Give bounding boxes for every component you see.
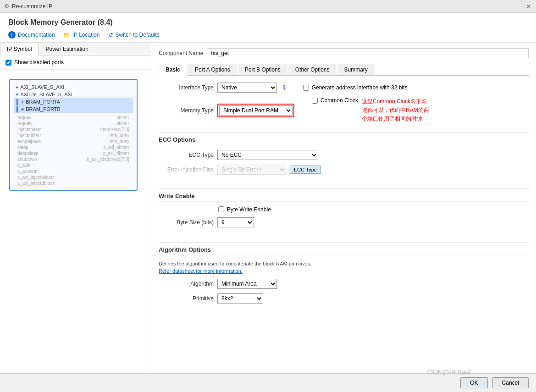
documentation-label: Documentation — [18, 32, 55, 38]
content-area: IP Symbol Power Estimation Show disabled… — [0, 43, 536, 392]
tab-summary[interactable]: Summary — [337, 64, 375, 75]
write-enable-title: Write Enable — [159, 193, 529, 202]
error-injection-label: Error Injection Pins — [159, 166, 214, 173]
plus-icon: + — [16, 92, 18, 97]
watermark: CSDN@阿妹有点甜 — [427, 369, 472, 375]
port-row: deepsleep s_axi_dbiterr — [14, 150, 133, 156]
port-row: s_axi_injectdbiterr — [14, 180, 133, 186]
error-injection-row: Error Injection Pins Single Bit Error Ir… — [159, 165, 529, 175]
tab-port-a-options[interactable]: Port A Options — [188, 64, 237, 75]
left-panel: IP Symbol Power Estimation Show disabled… — [0, 43, 151, 392]
port-row: s_aclk — [14, 162, 133, 168]
show-disabled-row: Show disabled ports — [0, 55, 151, 70]
tabs-bar: Basic Port A Options Port B Options Othe… — [159, 64, 529, 76]
datasheet-link[interactable]: Refer datasheet for more information. — [159, 268, 243, 274]
title-bar-text: Re-customize IP — [12, 3, 52, 10]
app-icon: ⚙ — [5, 3, 9, 9]
primitive-label: Primitive — [159, 295, 214, 302]
ecc-section-title: ECC Options — [159, 136, 529, 145]
ecc-type-select[interactable]: No ECC — [217, 150, 318, 160]
ip-location-link[interactable]: 📁 IP Location — [63, 32, 100, 38]
list-item: ║ + BRAM_PORTB — [14, 105, 133, 113]
tab-power-estimation[interactable]: Power Estimation — [39, 43, 95, 55]
byte-write-label: Byte Write Enable — [227, 206, 271, 213]
memory-type-select[interactable]: Simple Dual Port RAM — [219, 105, 293, 116]
ok-button[interactable]: OK — [460, 377, 487, 388]
algorithm-description: Defines the algorithm used to concatenat… — [159, 260, 529, 275]
primitive-row: Primitive 8kx2 — [159, 293, 529, 304]
byte-size-label: Byte Size (bits) — [159, 219, 214, 226]
port-row: ecopeipece rstb_busy — [14, 138, 133, 144]
info-icon: i — [8, 31, 16, 39]
documentation-link[interactable]: i Documentation — [8, 31, 55, 39]
port-row: injectsbiterr rdaddrecc[7:0] — [14, 127, 133, 133]
right-panel: Component Name Basic Port A Options Port… — [151, 43, 536, 392]
app-title: Block Memory Generator (8.4) — [8, 18, 528, 27]
component-name-input[interactable] — [208, 48, 529, 58]
folder-icon: 📁 — [63, 32, 70, 38]
algorithm-section: Algorithm Options Defines the algorithm … — [159, 246, 529, 308]
show-disabled-label: Show disabled ports — [14, 59, 64, 66]
generate-address-checkbox[interactable] — [303, 85, 309, 91]
byte-size-row: Byte Size (bits) 9 — [159, 217, 529, 227]
port-row: shutdown s_axi_rdaddrecc[7:0] — [14, 156, 133, 162]
toolbar: i Documentation 📁 IP Location ↺ Switch t… — [8, 31, 528, 39]
title-bar-left: ⚙ Re-customize IP — [5, 3, 52, 10]
ecc-section: ECC Options ECC Type No ECC Error Inject… — [159, 136, 529, 178]
ip-location-label: IP Location — [72, 32, 100, 38]
tab-basic[interactable]: Basic — [159, 64, 187, 76]
pipe-icon: ║ — [16, 106, 19, 112]
port-row: injectdbiterr rsta_busy — [14, 133, 133, 138]
common-clock-area: Common Clock 这里Common Clock勾不勾 选都可以，代码中R… — [312, 97, 429, 124]
symbol-box: + AXI_SLAVE_S_AXI + AXILite_SLAVE_S_AXI … — [9, 79, 138, 191]
list-item: + AXILite_SLAVE_S_AXI — [14, 91, 133, 98]
pipe-icon: ║ — [16, 99, 19, 105]
header-section: Block Memory Generator (8.4) i Documenta… — [0, 13, 536, 43]
algorithm-label: Algorithm — [159, 281, 214, 287]
bottom-bar: OK Cancel — [0, 373, 536, 392]
memory-type-row: Memory Type Simple Dual Port RAM Common … — [159, 97, 529, 124]
component-name-label: Component Name — [159, 50, 203, 56]
plus-icon: + — [16, 84, 18, 90]
port-row: s_axi_injectsbiterr — [14, 174, 133, 180]
port-row: regoea sbiterr — [14, 115, 133, 121]
memory-type-box: Simple Dual Port RAM — [217, 104, 294, 117]
main-container: Block Memory Generator (8.4) i Documenta… — [0, 13, 536, 392]
left-tabs: IP Symbol Power Estimation — [0, 43, 151, 55]
port-row: sleep s_axi_sbiterr — [14, 144, 133, 150]
close-icon[interactable]: ✕ — [526, 3, 531, 10]
generate-address-label: Generate address interface with 32 bits — [312, 84, 408, 91]
common-clock-label: Common Clock — [320, 97, 358, 104]
byte-size-select[interactable]: 9 — [217, 217, 254, 227]
tab-ip-symbol[interactable]: IP Symbol — [0, 43, 39, 55]
port-section: regoea sbiterr regoeb dbiterr injectsbit… — [14, 115, 133, 186]
common-clock-checkbox[interactable] — [312, 98, 318, 104]
interface-number: 1 — [282, 84, 286, 91]
show-disabled-checkbox[interactable] — [6, 60, 11, 66]
list-item: + AXI_SLAVE_S_AXI — [14, 83, 133, 91]
error-injection-select: Single Bit Error Ir — [217, 165, 286, 175]
ecc-tooltip: ECC Type — [290, 166, 321, 174]
symbol-area: + AXI_SLAVE_S_AXI + AXILite_SLAVE_S_AXI … — [0, 70, 151, 392]
cancel-button[interactable]: Cancel — [492, 377, 529, 388]
algorithm-select[interactable]: Minimum Area — [217, 279, 277, 289]
port-row: regoeb dbiterr — [14, 121, 133, 127]
plus-icon: + — [21, 106, 24, 112]
divider — [159, 188, 529, 189]
tab-port-b-options[interactable]: Port B Options — [238, 64, 287, 75]
switch-defaults-link[interactable]: ↺ Switch to Defaults — [108, 32, 160, 39]
byte-write-checkbox[interactable] — [218, 206, 224, 212]
algorithm-section-title: Algorithm Options — [159, 246, 529, 255]
divider — [159, 132, 529, 133]
byte-write-row: Byte Write Enable — [159, 206, 529, 213]
annotation-text: 这里Common Clock勾不勾 选都可以，代码中RAM的两 个端口使用了相同… — [362, 97, 429, 124]
refresh-icon: ↺ — [108, 32, 113, 39]
generate-address-row: Generate address interface with 32 bits — [303, 84, 408, 91]
tab-other-options[interactable]: Other Options — [288, 64, 337, 75]
primitive-select[interactable]: 8kx2 — [217, 293, 263, 304]
port-row: s_aresetn — [14, 168, 133, 174]
interface-type-select[interactable]: Native — [217, 83, 277, 93]
ecc-type-row: ECC Type No ECC — [159, 150, 529, 160]
list-item: ║ + BRAM_PORTA — [14, 98, 133, 105]
interface-type-label: Interface Type — [159, 84, 214, 91]
